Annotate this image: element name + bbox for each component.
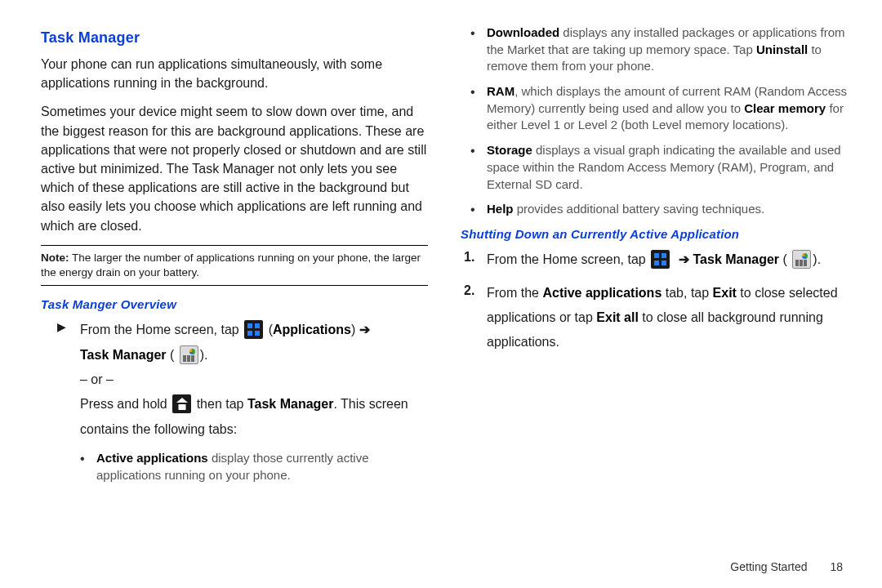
t: ) [351, 323, 359, 336]
step-overview-1: ▶ From the Home screen, tap (Application… [57, 318, 428, 442]
left-column: Task Manager Your phone can run applicat… [41, 24, 428, 572]
bullet-ram: • RAM, which displays the amount of curr… [470, 83, 848, 134]
t: From the Home screen, tap [80, 323, 243, 336]
t: then tap [197, 397, 247, 411]
footer-section: Getting Started [730, 560, 807, 573]
bullet-term: Help [487, 202, 514, 216]
or-line: – or – [80, 372, 114, 386]
t: ( [167, 348, 175, 362]
arrow-glyph: ➔ [679, 252, 689, 266]
applications-icon [651, 250, 670, 269]
step-shutdown-1: 1. From the Home screen, tap ➔ Task Mana… [464, 247, 848, 272]
bullet-storage: • Storage displays a visual graph indica… [470, 142, 848, 193]
manual-page: Task Manager Your phone can run applicat… [0, 0, 882, 588]
home-key-icon [172, 394, 191, 413]
section-heading: Task Manager [41, 29, 428, 47]
t: ). [200, 348, 208, 362]
t: provides additional battery saving techn… [514, 202, 765, 216]
page-number: 18 [830, 560, 843, 573]
active-applications-tab: Active applications [542, 286, 662, 300]
step-number: 2. [464, 281, 480, 355]
applications-label: Applications [273, 323, 351, 336]
overview-bullets: • Active applications display those curr… [80, 450, 428, 483]
paragraph-intro-1: Your phone can run applications simultan… [41, 55, 428, 92]
step-shutdown-2: 2. From the Active applications tab, tap… [464, 281, 848, 355]
bullet-text: RAM, which displays the amount of curren… [487, 83, 848, 134]
note-box: Note: The larger the number of applicati… [41, 245, 428, 286]
arrow-glyph: ➔ [359, 323, 370, 336]
step-number: 1. [464, 247, 480, 272]
bullet-downloaded: • Downloaded displays any installed pack… [470, 24, 848, 75]
t: ). [813, 252, 821, 266]
task-manager-icon [180, 345, 198, 364]
step-shutdown-1-text: From the Home screen, tap ➔ Task Manager… [487, 247, 848, 272]
right-bullets: • Downloaded displays any installed pack… [470, 24, 848, 219]
bullet-text: Active applications display those curren… [96, 450, 428, 483]
play-marker-icon: ▶ [57, 318, 74, 442]
bullet-text: Downloaded displays any installed packag… [487, 24, 848, 75]
bullet-dot: • [80, 450, 90, 483]
uninstall-label: Uninstall [756, 42, 808, 56]
bullet-active-applications: • Active applications display those curr… [80, 450, 428, 483]
t: displays a visual graph indicating the a… [487, 143, 841, 190]
bullet-term: Active applications [96, 451, 208, 465]
paragraph-intro-2: Sometimes your device might seem to slow… [41, 102, 428, 234]
applications-icon [244, 320, 263, 339]
task-manager-label: Task Manager [80, 348, 167, 362]
note-label: Note: [41, 252, 69, 264]
clear-memory-label: Clear memory [744, 101, 826, 115]
task-manager-label: Task Manager [247, 397, 334, 411]
bullet-dot: • [470, 83, 480, 134]
bullet-term: RAM [487, 84, 514, 98]
subheading-shutdown: Shutting Down an Currently Active Applic… [461, 227, 848, 241]
bullet-dot: • [470, 201, 480, 219]
subheading-overview: Task Manger Overview [41, 297, 428, 311]
bullet-term: Storage [487, 143, 532, 157]
bullet-text: Help provides additional battery saving … [487, 201, 764, 219]
page-footer: Getting Started 18 [730, 560, 843, 573]
step-shutdown-2-text: From the Active applications tab, tap Ex… [487, 281, 848, 355]
note-text: The larger the number of applications ru… [41, 252, 421, 278]
bullet-dot: • [470, 24, 480, 75]
exit-label: Exit [713, 286, 737, 300]
bullet-term: Downloaded [487, 25, 559, 39]
task-manager-label: Task Manager [693, 252, 780, 266]
t: From the Home screen, tap [487, 252, 649, 266]
t: tab, tap [662, 286, 712, 300]
t: From the [487, 286, 542, 300]
t: ( [779, 252, 787, 266]
bullet-dot: • [470, 142, 480, 193]
task-manager-icon [792, 250, 811, 269]
exit-all-label: Exit all [596, 310, 639, 324]
step-overview-1-text: From the Home screen, tap (Applications)… [80, 318, 428, 442]
bullet-text: Storage displays a visual graph indicati… [487, 142, 848, 193]
t: Press and hold [80, 397, 171, 411]
right-column: • Downloaded displays any installed pack… [461, 24, 848, 572]
bullet-help: • Help provides additional battery savin… [470, 201, 848, 219]
